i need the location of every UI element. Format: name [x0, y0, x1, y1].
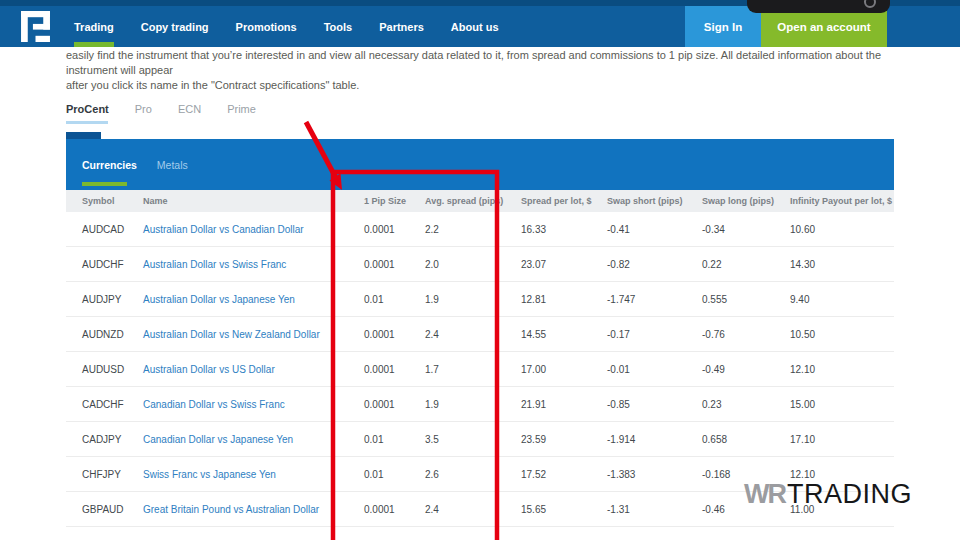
cell-value: -1.747	[607, 294, 702, 305]
cell-value: 0.22	[702, 259, 790, 270]
cell-value: 12.10	[790, 364, 894, 375]
account-tab-ecn[interactable]: ECN	[178, 103, 201, 115]
cell-value: 0.23	[702, 399, 790, 410]
brand-logo-icon[interactable]	[18, 11, 53, 42]
table-row: AUDCHFAustralian Dollar vs Swiss Franc0.…	[66, 247, 894, 282]
active-tab-underline	[66, 121, 108, 124]
nav-item-tools[interactable]: Tools	[324, 6, 353, 47]
column-header-infinity-payout-per-lot: Infinity Payout per lot, $	[790, 196, 894, 206]
cell-symbol: CADCHF	[82, 399, 143, 410]
cell-value: -0.49	[702, 364, 790, 375]
instrument-tab-currencies[interactable]: Currencies	[82, 159, 137, 171]
intro-paragraph: easily find the instrument that you’re i…	[66, 48, 888, 93]
cell-value: -0.76	[702, 329, 790, 340]
column-header-name: Name	[143, 196, 364, 206]
banner-notch	[66, 132, 101, 139]
table-row: AUDNZDAustralian Dollar vs New Zealand D…	[66, 317, 894, 352]
cell-name-link[interactable]: Australian Dollar vs Swiss Franc	[143, 259, 364, 270]
nav-item-copy-trading[interactable]: Copy trading	[141, 6, 209, 47]
nav-item-about-us[interactable]: About us	[451, 6, 499, 47]
cell-value: 0.0001	[364, 399, 425, 410]
cell-value: 17.00	[521, 364, 607, 375]
cell-value: 0.0001	[364, 224, 425, 235]
column-header-swap-short-pips: Swap short (pips)	[607, 196, 702, 206]
cell-symbol: GBPAUD	[82, 504, 143, 515]
table-row: AUDJPYAustralian Dollar vs Japanese Yen0…	[66, 282, 894, 317]
cell-value: -0.168	[702, 469, 790, 480]
column-header-swap-long-pips: Swap long (pips)	[702, 196, 790, 206]
currencies-tab-underline	[82, 182, 127, 186]
sign-in-button[interactable]: Sign In	[685, 6, 761, 47]
cell-name-link[interactable]: Australian Dollar vs Japanese Yen	[143, 294, 364, 305]
column-header-avg-spread-pips: Avg. spread (pips)	[425, 196, 521, 206]
table-row: CADCHFCanadian Dollar vs Swiss Franc0.00…	[66, 387, 894, 422]
overlay-ring-icon	[864, 0, 876, 8]
cell-value: 9.40	[790, 294, 894, 305]
cell-value: 17.10	[790, 434, 894, 445]
table-row: CADJPYCanadian Dollar vs Japanese Yen0.0…	[66, 422, 894, 457]
cell-value: 12.81	[521, 294, 607, 305]
cell-value: 10.50	[790, 329, 894, 340]
browser-page: TradingCopy tradingPromotionsToolsPartne…	[0, 0, 960, 540]
cell-symbol: CHFJPY	[82, 469, 143, 480]
cell-value: 23.59	[521, 434, 607, 445]
video-overlay-pill	[747, 0, 890, 13]
nav-item-trading[interactable]: Trading	[74, 6, 114, 47]
cell-value: 15.65	[521, 504, 607, 515]
watermark-wr: WR	[744, 479, 785, 509]
table-row: AUDCADAustralian Dollar vs Canadian Doll…	[66, 212, 894, 247]
cell-value: -1.383	[607, 469, 702, 480]
intro-line-1: easily find the instrument that you’re i…	[66, 48, 888, 78]
cell-value: 0.01	[364, 469, 425, 480]
cell-value: 0.0001	[364, 504, 425, 515]
cell-value: 10.60	[790, 224, 894, 235]
cell-value: 14.55	[521, 329, 607, 340]
table-header-row: SymbolName1 Pip SizeAvg. spread (pips)Sp…	[66, 190, 894, 212]
cell-name-link[interactable]: Great Britain Pound vs Australian Dollar	[143, 504, 364, 515]
watermark: WRTRADING	[744, 479, 912, 510]
account-tab-procent[interactable]: ProCent	[66, 103, 109, 115]
cell-value: 1.7	[425, 364, 521, 375]
cell-value: 0.0001	[364, 364, 425, 375]
cell-value: 2.6	[425, 469, 521, 480]
watermark-trading: TRADING	[787, 479, 912, 509]
account-type-tabs: ProCentProECNPrime	[66, 103, 256, 115]
cell-value: -0.17	[607, 329, 702, 340]
account-tab-pro[interactable]: Pro	[135, 103, 152, 115]
cell-symbol: AUDCAD	[82, 224, 143, 235]
nav-item-partners[interactable]: Partners	[379, 6, 424, 47]
cell-value: 21.91	[521, 399, 607, 410]
cell-name-link[interactable]: Australian Dollar vs Canadian Dollar	[143, 224, 364, 235]
cell-value: 0.0001	[364, 259, 425, 270]
cell-name-link[interactable]: Swiss Franc vs Japanese Yen	[143, 469, 364, 480]
table-row: AUDUSDAustralian Dollar vs US Dollar0.00…	[66, 352, 894, 387]
cell-name-link[interactable]: Canadian Dollar vs Swiss Franc	[143, 399, 364, 410]
intro-line-2: after you click its name in the "Contrac…	[66, 78, 888, 93]
cell-name-link[interactable]: Australian Dollar vs New Zealand Dollar	[143, 329, 364, 340]
cell-value: 17.52	[521, 469, 607, 480]
column-header-spread-per-lot: Spread per lot, $	[521, 196, 607, 206]
cell-name-link[interactable]: Canadian Dollar vs Japanese Yen	[143, 434, 364, 445]
cell-value: 0.01	[364, 434, 425, 445]
cell-value: -1.31	[607, 504, 702, 515]
cell-value: 2.2	[425, 224, 521, 235]
cell-symbol: AUDCHF	[82, 259, 143, 270]
cell-value: -0.82	[607, 259, 702, 270]
cell-name-link[interactable]: Australian Dollar vs US Dollar	[143, 364, 364, 375]
cell-value: 2.4	[425, 504, 521, 515]
cell-value: 2.4	[425, 329, 521, 340]
account-tab-prime[interactable]: Prime	[227, 103, 256, 115]
cell-value: 3.5	[425, 434, 521, 445]
instrument-tabs-banner: CurrenciesMetals	[66, 139, 894, 190]
nav-item-promotions[interactable]: Promotions	[236, 6, 297, 47]
instrument-tab-metals[interactable]: Metals	[157, 159, 188, 171]
cell-value: 0.0001	[364, 329, 425, 340]
cell-value: 16.33	[521, 224, 607, 235]
cell-value: 0.01	[364, 294, 425, 305]
cell-symbol: AUDJPY	[82, 294, 143, 305]
column-header-1-pip-size: 1 Pip Size	[364, 196, 425, 206]
cell-value: 1.9	[425, 294, 521, 305]
cell-value: 12.10	[790, 469, 894, 480]
cell-value: -1.914	[607, 434, 702, 445]
cell-value: 2.0	[425, 259, 521, 270]
